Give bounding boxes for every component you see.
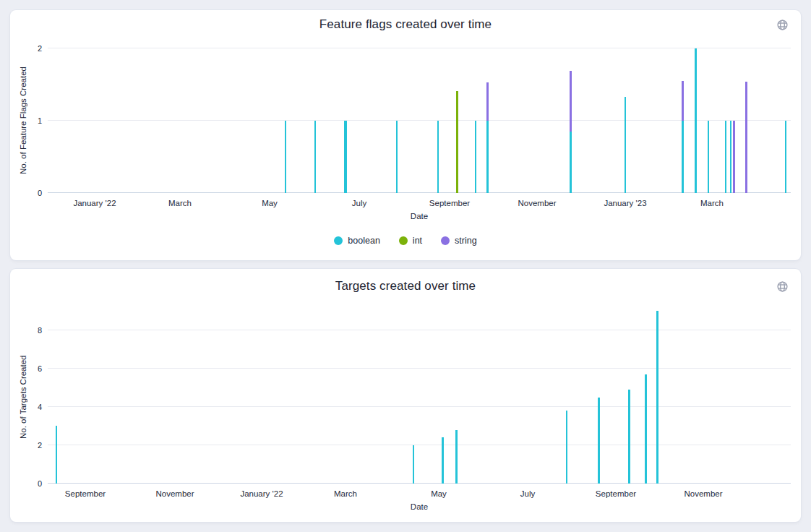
card-feature-flags-chart: Feature flags created over time No. of F… [10, 10, 801, 260]
x-tick-label: September [38, 489, 132, 498]
bar-string[interactable] [570, 71, 572, 132]
globe-icon[interactable] [775, 279, 789, 293]
bar-string[interactable] [486, 82, 489, 121]
legend-item-string[interactable]: string [441, 236, 477, 246]
x-axis-title: Date [48, 212, 791, 220]
x-tick-label: May [223, 199, 317, 207]
bar-string[interactable] [733, 121, 735, 193]
y-axis-title: No. of Targets Created [19, 311, 27, 484]
bar-boolean[interactable] [344, 121, 347, 193]
globe-icon [776, 280, 789, 293]
gridline [48, 406, 791, 407]
chart-title: Targets created over time [10, 269, 801, 293]
bar-boolean[interactable] [598, 398, 600, 484]
bar-boolean[interactable] [785, 121, 786, 193]
legend-label: boolean [348, 236, 380, 246]
x-tick-label: September [569, 489, 663, 498]
bar-boolean[interactable] [708, 121, 709, 193]
gridline [48, 483, 791, 484]
legend-dot-string [441, 236, 450, 245]
legend-label: string [455, 236, 477, 246]
plot-area: No. of Feature Flags Created Date 012Jan… [48, 48, 791, 193]
bar-boolean[interactable] [437, 121, 439, 193]
bar-boolean[interactable] [695, 48, 697, 193]
gridline [48, 445, 791, 445]
x-tick-label: January '22 [215, 489, 309, 498]
bar-boolean[interactable] [442, 437, 444, 484]
bar-boolean[interactable] [625, 97, 626, 193]
y-tick-label: 0 [14, 479, 42, 489]
bar-boolean[interactable] [413, 445, 414, 484]
legend-item-int[interactable]: int [399, 236, 422, 246]
y-tick-label: 8 [14, 325, 42, 335]
x-tick-label: November [656, 489, 750, 498]
bar-int[interactable] [456, 91, 458, 193]
bar-boolean[interactable] [314, 121, 316, 193]
legend-dot-int [399, 236, 408, 245]
x-axis-title: Date [48, 502, 791, 511]
globe-icon [776, 19, 789, 31]
x-tick-label: July [481, 489, 575, 498]
x-tick-label: January '22 [48, 199, 142, 207]
gridline [48, 368, 791, 369]
x-tick-label: March [133, 199, 227, 207]
gridline [48, 48, 791, 48]
x-tick-label: September [403, 199, 497, 207]
bar-boolean[interactable] [628, 390, 630, 484]
gridline [48, 330, 791, 330]
legend-label: int [413, 236, 422, 246]
plot-area: No. of Targets Created Date 02468Septemb… [48, 311, 791, 484]
bar-boolean[interactable] [570, 132, 572, 193]
x-tick-label: March [665, 199, 759, 207]
globe-icon[interactable] [775, 17, 789, 32]
bar-boolean[interactable] [656, 311, 658, 484]
y-tick-label: 6 [14, 364, 42, 374]
y-tick-label: 1 [14, 116, 42, 126]
y-tick-label: 0 [14, 188, 42, 198]
bar-boolean[interactable] [455, 430, 458, 484]
bar-boolean[interactable] [730, 121, 731, 193]
bar-boolean[interactable] [285, 121, 286, 193]
bar-boolean[interactable] [486, 121, 489, 193]
bar-string[interactable] [682, 81, 684, 121]
bar-boolean[interactable] [645, 374, 647, 484]
y-tick-label: 4 [14, 402, 42, 412]
chart-title: Feature flags created over time [10, 10, 801, 32]
legend-dot-boolean [334, 236, 343, 245]
legend-item-boolean[interactable]: boolean [334, 236, 380, 246]
x-tick-label: November [490, 199, 584, 207]
x-tick-label: May [392, 489, 486, 498]
bar-boolean[interactable] [475, 121, 476, 193]
bar-string[interactable] [745, 82, 747, 193]
x-tick-label: March [299, 489, 392, 498]
y-tick-label: 2 [14, 440, 42, 450]
x-tick-label: November [128, 489, 222, 498]
x-tick-label: July [312, 199, 406, 207]
bar-boolean[interactable] [725, 121, 726, 193]
legend: booleanintstring [10, 236, 801, 246]
gridline [48, 120, 791, 121]
x-tick-label: January '23 [578, 199, 672, 207]
bar-boolean[interactable] [682, 121, 684, 193]
y-tick-label: 2 [14, 43, 42, 53]
card-targets-chart: Targets created over time No. of Targets… [10, 269, 801, 522]
bar-boolean[interactable] [396, 121, 398, 193]
bar-boolean[interactable] [56, 426, 57, 484]
gridline [48, 192, 791, 193]
bar-boolean[interactable] [566, 411, 567, 484]
